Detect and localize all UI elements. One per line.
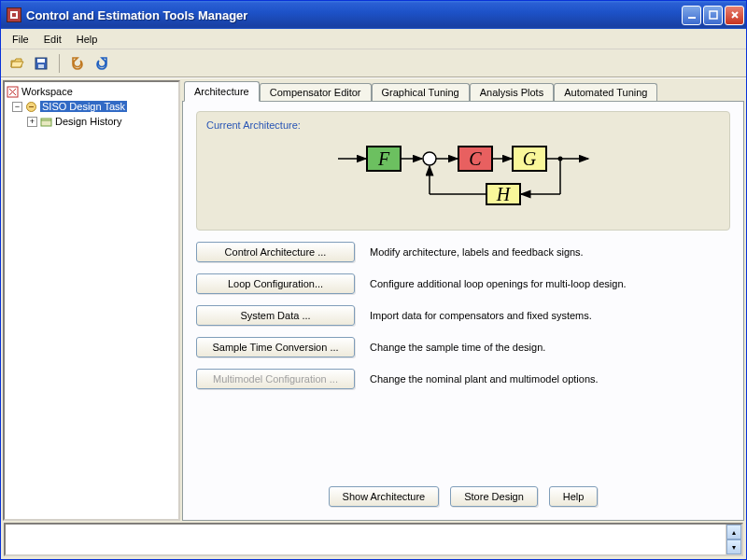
block-g: G [512, 146, 547, 172]
app-icon [7, 7, 21, 22]
content-panel: Architecture Compensator Editor Graphica… [182, 80, 744, 521]
app-window: Control and Estimation Tools Manager Fil… [0, 0, 747, 560]
workspace-icon [7, 86, 19, 98]
row-sample-time: Sample Time Conversion ... Change the sa… [196, 337, 730, 357]
scroll-down-button[interactable]: ▾ [726, 539, 741, 554]
tab-graphical-tuning[interactable]: Graphical Tuning [372, 83, 470, 101]
tab-architecture[interactable]: Architecture [184, 81, 260, 102]
titlebar[interactable]: Control and Estimation Tools Manager [1, 1, 746, 29]
block-f: F [366, 146, 402, 172]
block-diagram: F C G H [206, 136, 720, 213]
sample-time-button[interactable]: Sample Time Conversion ... [196, 337, 355, 357]
tree-root[interactable]: Workspace [7, 84, 176, 99]
row-multimodel: Multimodel Configuration ... Change the … [196, 369, 730, 389]
menu-edit[interactable]: Edit [36, 31, 69, 48]
svg-rect-7 [37, 59, 45, 63]
chevron-up-icon: ▴ [732, 528, 736, 537]
multimodel-desc: Change the nominal plant and multimodel … [370, 373, 599, 385]
window-title: Control and Estimation Tools Manager [26, 8, 682, 22]
tree-history-label: Design History [55, 116, 122, 127]
tab-compensator[interactable]: Compensator Editor [260, 83, 372, 101]
chevron-down-icon: ▾ [732, 543, 736, 552]
expand-icon[interactable]: + [27, 117, 37, 127]
multimodel-button: Multimodel Configuration ... [196, 369, 355, 389]
svg-rect-1 [12, 13, 16, 17]
system-data-desc: Import data for compensators and fixed s… [370, 310, 592, 321]
footer-buttons: Show Architecture Store Design Help [196, 477, 730, 511]
svg-point-18 [423, 152, 436, 165]
vertical-scrollbar[interactable]: ▴ ▾ [726, 525, 741, 554]
system-data-button[interactable]: System Data ... [196, 305, 355, 326]
tab-analysis-plots[interactable]: Analysis Plots [470, 83, 554, 101]
show-architecture-button[interactable]: Show Architecture [329, 486, 440, 507]
current-architecture-group: Current Architecture: [196, 111, 730, 231]
control-architecture-button[interactable]: Control Architecture ... [196, 242, 355, 262]
toolbar [1, 49, 746, 77]
loop-configuration-button[interactable]: Loop Configuration... [196, 273, 355, 294]
siso-icon [25, 101, 37, 113]
tab-body: Current Architecture: [182, 101, 744, 521]
store-design-button[interactable]: Store Design [450, 486, 538, 507]
undo-icon [70, 56, 85, 71]
svg-rect-3 [710, 11, 717, 19]
folder-open-icon [9, 56, 24, 71]
loop-configuration-desc: Configure additional loop openings for m… [370, 278, 627, 289]
toolbar-separator [59, 54, 60, 73]
tab-automated-tuning[interactable]: Automated Tuning [554, 83, 657, 101]
maximize-button[interactable] [703, 6, 723, 25]
tree-history[interactable]: + Design History [7, 114, 176, 129]
sample-time-desc: Change the sample time of the design. [370, 342, 545, 353]
row-control-architecture: Control Architecture ... Modify architec… [196, 242, 730, 262]
minimize-button[interactable] [682, 6, 701, 25]
history-icon [40, 116, 52, 128]
output-pane[interactable]: ▴ ▾ [4, 523, 743, 556]
block-h: H [486, 183, 521, 205]
menu-help[interactable]: Help [69, 31, 106, 48]
redo-button[interactable] [92, 53, 112, 74]
menu-file[interactable]: File [5, 31, 36, 48]
main-area: Workspace − SISO Design Task + Design Hi… [1, 77, 746, 523]
svg-rect-8 [38, 64, 44, 68]
tree-root-label: Workspace [21, 86, 73, 97]
tab-row: Architecture Compensator Editor Graphica… [182, 80, 744, 101]
window-controls [682, 6, 744, 25]
scroll-up-button[interactable]: ▴ [726, 525, 741, 539]
menubar: File Edit Help [1, 29, 746, 49]
svg-rect-14 [41, 119, 51, 126]
tree-task-label: SISO Design Task [40, 101, 127, 112]
tree-task[interactable]: − SISO Design Task [7, 99, 176, 114]
collapse-icon[interactable]: − [12, 102, 22, 112]
help-button[interactable]: Help [549, 486, 599, 507]
open-button[interactable] [7, 53, 27, 74]
block-c: C [458, 146, 493, 172]
workspace-tree[interactable]: Workspace − SISO Design Task + Design Hi… [3, 80, 180, 521]
floppy-icon [34, 56, 49, 71]
close-button[interactable] [725, 6, 744, 25]
redo-icon [94, 56, 109, 71]
control-architecture-desc: Modify architecture, labels and feedback… [370, 246, 584, 258]
svg-rect-2 [688, 17, 696, 19]
undo-button[interactable] [67, 53, 88, 74]
row-system-data: System Data ... Import data for compensa… [196, 305, 730, 326]
row-loop-configuration: Loop Configuration... Configure addition… [196, 273, 730, 294]
group-title: Current Architecture: [206, 119, 720, 131]
save-button[interactable] [31, 53, 51, 74]
